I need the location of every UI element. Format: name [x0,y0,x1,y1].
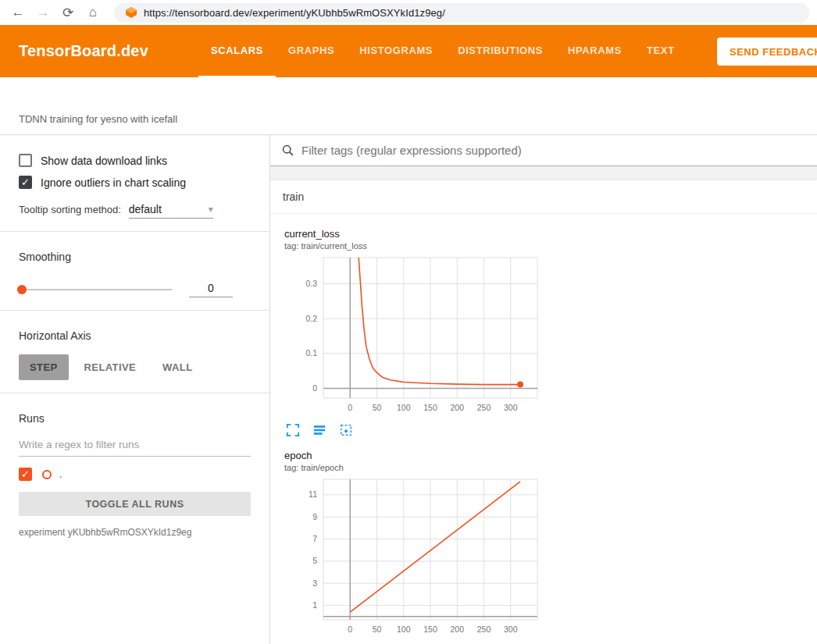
experiment-title: TDNN training for yesno with icefall [19,113,177,125]
run-color-swatch-icon [42,470,52,479]
runs-label: Runs [19,412,251,425]
scalars-main-panel: train current_loss tag: train/current_lo… [270,135,817,644]
settings-sidebar: Show data download links ✓ Ignore outlie… [0,135,270,644]
line-chart[interactable]: 00.10.20.3050100150200250300 [284,253,547,420]
run-list-item[interactable]: ✓ . [19,468,251,481]
tooltip-sorting-dropdown[interactable]: default ▾ [129,203,213,219]
smoothing-slider-row: 0 [19,282,251,297]
svg-text:150: 150 [423,624,437,634]
smoothing-value-field[interactable]: 0 [189,282,233,297]
chart-card-current-loss: current_loss tag: train/current_loss 00.… [284,228,547,437]
tab-distributions[interactable]: DISTRIBUTIONS [445,25,555,77]
svg-text:11: 11 [309,489,317,499]
svg-text:0: 0 [312,383,317,393]
svg-text:0: 0 [348,403,352,412]
svg-text:250: 250 [477,403,491,412]
tab-text[interactable]: TEXT [634,25,687,77]
tab-hparams[interactable]: HPARAMS [555,25,634,77]
filter-tags-input[interactable] [301,144,806,157]
svg-text:200: 200 [450,403,464,412]
run-checkbox-checked-icon[interactable]: ✓ [19,468,32,481]
home-icon[interactable]: ⌂ [83,2,103,23]
svg-text:1: 1 [312,600,317,610]
tooltip-sorting-label: Tooltip sorting method: [19,204,121,215]
svg-text:300: 300 [504,403,518,412]
slider-thumb[interactable] [17,285,27,294]
refresh-icon[interactable]: ⟳ [58,2,78,23]
axis-step-button[interactable]: STEP [19,354,69,380]
chart-title: current_loss [284,228,547,240]
svg-text:9: 9 [312,512,317,521]
charts-grid: current_loss tag: train/current_loss 00.… [270,214,817,644]
chart-tag: tag: train/epoch [284,463,547,472]
tooltip-sorting-value: default [129,203,162,215]
tooltip-sorting-row: Tooltip sorting method: default ▾ [19,203,251,219]
runs-regex-input[interactable] [19,436,251,457]
chart-card-epoch: epoch tag: train/epoch 13579110501001502… [284,450,547,644]
svg-text:150: 150 [423,403,437,412]
svg-text:100: 100 [397,624,411,634]
expand-chart-icon[interactable] [286,423,300,437]
svg-text:0.3: 0.3 [305,279,317,288]
brand-logo: TensorBoard.dev [0,25,167,77]
chart-actions [284,423,547,437]
data-table-icon[interactable] [312,423,326,437]
svg-text:0.2: 0.2 [305,314,317,323]
train-group-header[interactable]: train [270,180,817,214]
svg-text:5: 5 [312,556,317,565]
axis-relative-button[interactable]: RELATIVE [73,354,148,380]
horizontal-axis-label: Horizontal Axis [19,329,251,342]
divider [0,310,269,311]
filter-tags-row [270,135,817,166]
svg-text:7: 7 [312,534,317,543]
tab-scalars[interactable]: SCALARS [198,25,276,77]
svg-text:0: 0 [348,624,352,634]
svg-text:300: 300 [504,624,518,634]
show-download-links-label: Show data download links [41,155,167,167]
svg-text:200: 200 [450,624,464,634]
line-chart[interactable]: 1357911050100150200250300 [284,475,547,642]
smoothing-label: Smoothing [19,251,251,263]
train-group-card: train current_loss tag: train/current_lo… [270,180,817,644]
tab-graphs[interactable]: GRAPHS [276,25,347,77]
spacer [270,166,817,180]
toggle-all-runs-button[interactable]: TOGGLE ALL RUNS [19,492,251,516]
app-header: TensorBoard.dev SCALARS GRAPHS HISTOGRAM… [0,25,817,77]
svg-text:50: 50 [373,403,382,412]
nav-tabs: SCALARS GRAPHS HISTOGRAMS DISTRIBUTIONS … [198,25,687,77]
experiment-subheader: TDNN training for yesno with icefall [0,77,817,135]
chart-tag: tag: train/current_loss [284,241,547,251]
experiment-id-note: experiment yKUbhb5wRmOSXYkId1z9eg [19,527,251,538]
divider [0,393,269,393]
tensorboard-favicon [125,6,137,19]
tab-histograms[interactable]: HISTOGRAMS [347,25,445,77]
svg-text:50: 50 [373,624,382,634]
svg-text:3: 3 [312,578,317,588]
chevron-down-icon: ▾ [209,204,213,215]
fit-domain-icon[interactable] [339,423,353,437]
url-text: https://tensorboard.dev/experiment/yKUbh… [144,7,445,19]
svg-text:100: 100 [397,403,411,412]
forward-icon[interactable]: → [33,2,53,23]
browser-chrome: ← → ⟳ ⌂ https://tensorboard.dev/experime… [0,0,817,25]
address-bar[interactable]: https://tensorboard.dev/experiment/yKUbh… [114,3,809,23]
back-icon[interactable]: ← [8,2,28,23]
send-feedback-button[interactable]: SEND FEEDBACK [717,37,817,66]
run-name: . [59,468,62,480]
chart-title: epoch [284,450,547,461]
ignore-outliers-label: Ignore outliers in chart scaling [41,176,186,189]
axis-wall-button[interactable]: WALL [152,354,203,380]
show-download-links-checkbox-row[interactable]: Show data download links [19,154,251,167]
checkbox-checked-icon[interactable]: ✓ [19,176,32,189]
svg-text:250: 250 [477,624,491,634]
search-icon [281,144,294,157]
divider [0,231,269,232]
checkbox-unchecked-icon[interactable] [19,154,32,167]
svg-text:0.1: 0.1 [305,348,317,358]
horizontal-axis-buttons: STEP RELATIVE WALL [19,354,251,380]
ignore-outliers-checkbox-row[interactable]: ✓ Ignore outliers in chart scaling [19,176,251,189]
smoothing-slider[interactable] [19,289,172,290]
